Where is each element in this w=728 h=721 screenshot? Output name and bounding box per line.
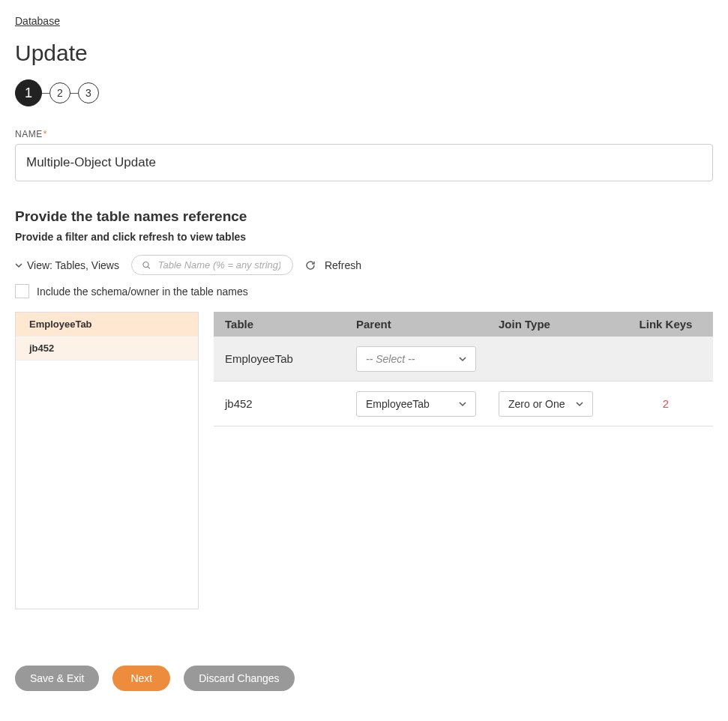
schema-checkbox-row: Include the schema/owner in the table na… [15, 284, 713, 298]
schema-checkbox-label: Include the schema/owner in the table na… [37, 286, 248, 298]
required-indicator: * [43, 129, 47, 139]
section-title: Provide the table names reference [15, 208, 713, 225]
header-parent: Parent [356, 312, 499, 337]
cell-table: EmployeeTab [214, 352, 356, 365]
content-row: EmployeeTabjb452 Table Parent Join Type … [15, 312, 713, 609]
refresh-button[interactable]: Refresh [305, 259, 361, 271]
discard-button[interactable]: Discard Changes [184, 666, 294, 691]
schema-checkbox[interactable] [15, 284, 29, 298]
chevron-down-icon [576, 400, 583, 408]
step-1[interactable]: 1 [15, 79, 42, 106]
view-selector-label: View: Tables, Views [27, 259, 119, 271]
chevron-down-icon [459, 400, 466, 408]
button-row: Save & Exit Next Discard Changes [15, 666, 713, 691]
search-icon [142, 261, 151, 270]
table-list-item[interactable]: EmployeeTab [16, 313, 198, 337]
link-keys-count[interactable]: 2 [663, 397, 669, 410]
page-title: Update [15, 40, 713, 66]
step-connector [70, 93, 78, 94]
search-box[interactable] [131, 255, 293, 275]
step-connector [42, 93, 49, 94]
chevron-down-icon [459, 355, 466, 363]
cell-table: jb452 [214, 397, 356, 410]
next-button[interactable]: Next [112, 666, 170, 691]
refresh-icon [305, 260, 316, 271]
cell-join: Zero or One [499, 391, 619, 417]
stepper: 1 2 3 [15, 79, 713, 106]
table-list: EmployeeTabjb452 [15, 312, 199, 609]
name-input[interactable] [15, 144, 713, 181]
search-input[interactable] [157, 259, 282, 271]
parent-select[interactable]: -- Select -- [356, 346, 476, 372]
header-table: Table [214, 312, 356, 337]
config-header: Table Parent Join Type Link Keys [214, 312, 713, 337]
cell-parent: EmployeeTab [356, 391, 499, 417]
section-subtitle: Provide a filter and click refresh to vi… [15, 231, 713, 243]
join-select[interactable]: Zero or One [499, 391, 593, 417]
refresh-label: Refresh [325, 259, 361, 271]
step-3[interactable]: 3 [78, 82, 99, 103]
cell-parent: -- Select -- [356, 346, 499, 372]
breadcrumb-database[interactable]: Database [15, 15, 60, 27]
header-join: Join Type [499, 312, 619, 337]
table-list-item[interactable]: jb452 [16, 337, 198, 360]
svg-line-1 [148, 266, 150, 268]
config-row: EmployeeTab-- Select -- [214, 337, 713, 381]
filter-row: View: Tables, Views Refresh [15, 255, 713, 275]
view-selector[interactable]: View: Tables, Views [15, 259, 119, 271]
name-label: NAME* [15, 129, 713, 139]
step-2[interactable]: 2 [49, 82, 70, 103]
parent-select[interactable]: EmployeeTab [356, 391, 476, 417]
chevron-down-icon [15, 262, 22, 269]
cell-link: 2 [619, 397, 713, 410]
header-link: Link Keys [619, 312, 713, 337]
save-exit-button[interactable]: Save & Exit [15, 666, 99, 691]
config-table: Table Parent Join Type Link Keys Employe… [214, 312, 713, 426]
config-row: jb452EmployeeTabZero or One2 [214, 381, 713, 426]
svg-point-0 [143, 262, 148, 267]
